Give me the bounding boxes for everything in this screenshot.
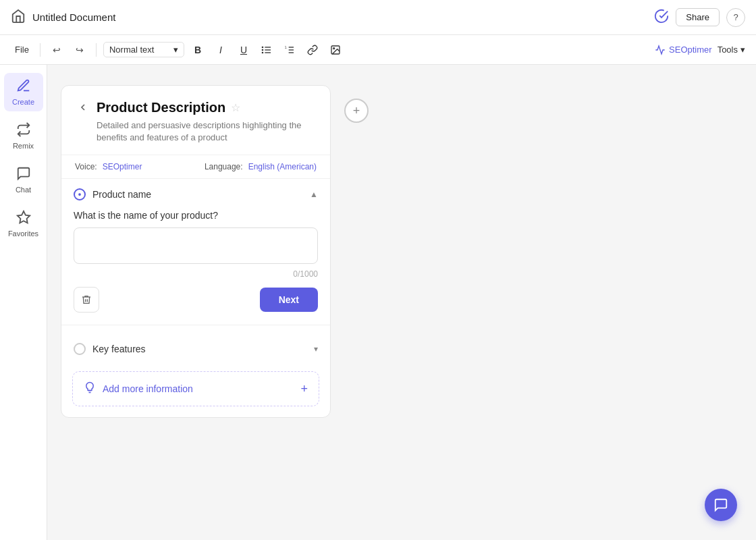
main-layout: Create Remix Chat [0,65,756,540]
form-title-row: Product Description ☆ [75,99,317,115]
numbered-list-button[interactable]: 1. [280,40,299,59]
toolbar-right: SEOptimer Tools ▾ [655,45,745,55]
seoptimer-button[interactable]: SEOptimer [655,45,712,55]
product-name-header[interactable]: Product name ▲ [61,179,330,210]
topbar-right: Share ? [654,8,745,27]
voice-label: Voice: [75,162,97,171]
key-features-header[interactable]: Key features ▾ [61,333,330,364]
lightbulb-icon [84,381,96,396]
star-icon[interactable]: ☆ [231,101,240,114]
language-value[interactable]: English (American) [248,162,317,171]
create-icon [16,78,31,96]
sidebar-item-remix[interactable]: Remix [4,117,43,155]
text-style-label: Normal text [109,45,154,55]
italic-button[interactable]: I [211,40,230,59]
form-title: Product Description [97,100,225,115]
add-more-plus-icon: + [300,382,308,396]
tools-menu[interactable]: Tools ▾ [718,45,745,55]
toolbar-divider-1 [40,43,40,57]
char-count: 0/1000 [74,269,318,279]
add-column-button[interactable]: + [344,99,369,123]
toolbar: File ↩ ↪ Normal text ▾ B I U 1. SEOptime… [0,35,756,65]
add-more-section[interactable]: Add more information + [72,371,319,406]
section-actions: Next [74,287,318,313]
content-area: Product Description ☆ Detailed and persu… [47,65,756,540]
key-features-title: Key features [92,344,146,354]
voice-value[interactable]: SEOptimer [103,162,142,171]
product-name-body: What is the name of your product? 0/1000… [61,210,330,325]
bold-button[interactable]: B [188,40,207,59]
document-title: Untitled Document [32,11,647,23]
svg-point-11 [333,47,335,49]
chevron-down-icon: ▾ [740,45,745,55]
text-style-select[interactable]: Normal text ▾ [103,42,184,57]
add-more-label: Add more information [103,383,193,394]
key-features-chevron: ▾ [314,344,318,354]
svg-point-4 [262,49,263,50]
sidebar-chat-label: Chat [16,186,31,194]
back-button[interactable] [75,99,91,115]
sidebar-favorites-label: Favorites [8,230,38,238]
redo-button[interactable]: ↪ [70,40,89,59]
product-name-question: What is the name of your product? [74,210,318,221]
section-header-left: Product name [74,188,151,200]
form-meta: Voice: SEOptimer Language: English (Amer… [61,155,330,179]
product-name-section: Product name ▲ What is the name of your … [61,179,330,325]
sidebar-remix-label: Remix [13,142,34,150]
toolbar-divider-2 [96,43,97,57]
key-features-header-left: Key features [74,343,146,355]
sidebar-item-create[interactable]: Create [4,73,43,111]
chat-fab-button[interactable] [705,489,737,521]
home-icon[interactable] [11,9,26,26]
underline-button[interactable]: U [234,40,253,59]
svg-marker-12 [17,211,29,223]
svg-point-3 [262,47,263,47]
image-button[interactable] [326,40,345,59]
form-card: Product Description ☆ Detailed and persu… [61,85,331,418]
product-name-title: Product name [92,189,151,200]
sidebar: Create Remix Chat [0,65,47,540]
remix-icon [16,122,31,140]
product-name-circle [74,188,86,200]
help-button[interactable]: ? [726,8,745,27]
delete-button[interactable] [74,287,99,313]
form-card-header: Product Description ☆ Detailed and persu… [61,86,330,155]
next-button[interactable]: Next [260,288,318,312]
check-circle-icon [654,9,669,26]
chevron-down-icon: ▾ [173,45,178,55]
svg-point-13 [79,194,81,196]
language-label: Language: [205,162,243,171]
sidebar-item-chat[interactable]: Chat [4,161,43,199]
undo-button[interactable]: ↩ [47,40,66,59]
product-name-input[interactable] [74,227,318,264]
add-more-left: Add more information [84,381,193,396]
bullet-list-button[interactable] [257,40,276,59]
form-description: Detailed and persuasive descriptions hig… [97,119,317,144]
favorites-icon [16,210,31,227]
sidebar-create-label: Create [12,98,34,106]
svg-point-5 [262,52,263,53]
topbar: Untitled Document Share ? [0,0,756,35]
product-name-chevron: ▲ [310,190,318,199]
link-button[interactable] [303,40,322,59]
file-menu[interactable]: File [11,42,33,57]
svg-text:1.: 1. [285,46,288,49]
sidebar-item-favorites[interactable]: Favorites [4,205,43,243]
chat-icon [16,166,31,184]
key-features-circle [74,343,86,355]
share-button[interactable]: Share [676,8,720,26]
key-features-section: Key features ▾ [61,333,330,364]
